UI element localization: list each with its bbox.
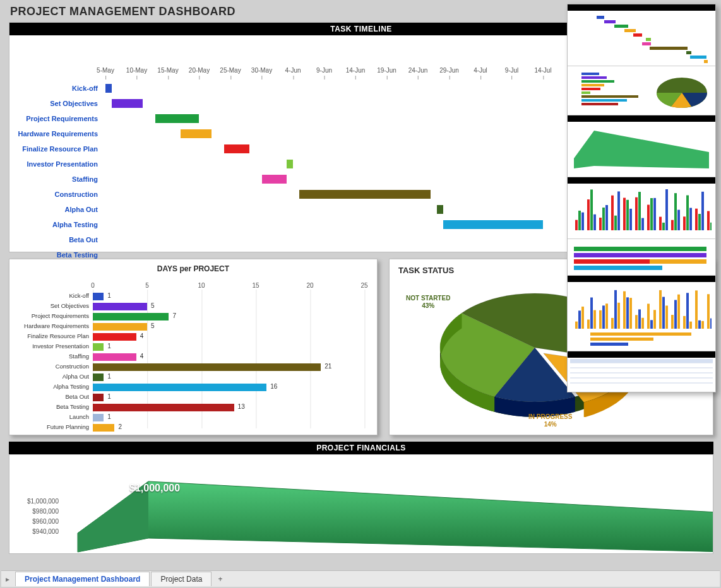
dpp-value: 7	[172, 312, 176, 319]
dpp-value: 1	[107, 292, 111, 299]
gantt-bar	[181, 129, 212, 138]
gantt-date-tick: 9-Jun	[316, 67, 332, 74]
svg-rect-71	[599, 310, 602, 329]
dpp-value: 4	[140, 332, 144, 339]
svg-rect-98	[707, 294, 710, 329]
svg-rect-91	[677, 295, 680, 329]
svg-rect-34	[614, 216, 617, 230]
svg-rect-83	[647, 303, 650, 329]
tab-nav-prev-icon[interactable]: ▸	[1, 575, 14, 584]
dpp-value: 1	[107, 413, 111, 420]
dpp-bar	[93, 353, 136, 361]
gantt-bar	[262, 175, 287, 184]
dpp-label: Kick-off	[9, 292, 89, 299]
svg-rect-63	[650, 259, 706, 264]
svg-rect-28	[590, 189, 593, 230]
dpp-rows: Kick-off1Set Objectives5Project Requirem…	[9, 292, 364, 433]
svg-rect-43	[650, 198, 653, 230]
svg-rect-62	[574, 259, 650, 264]
pie-slice-label: IN PROGRESS14%	[528, 413, 572, 428]
dpp-tick: 20	[306, 282, 313, 289]
thumb-columns2[interactable]	[568, 276, 715, 351]
dpp-label: Beta Out	[9, 393, 89, 400]
dpp-bar	[93, 404, 234, 411]
dpp-value: 4	[140, 353, 144, 360]
dpp-bar	[93, 313, 169, 320]
dpp-value: 16	[270, 383, 277, 390]
gantt-task-label: Construction	[9, 191, 98, 198]
gantt-bar	[287, 160, 293, 168]
svg-rect-29	[593, 215, 596, 230]
svg-rect-65	[575, 322, 578, 329]
dpp-value: 5	[151, 322, 155, 329]
dpp-value: 5	[151, 302, 155, 309]
svg-rect-46	[662, 223, 665, 230]
dpp-bar	[93, 414, 104, 421]
svg-rect-19	[581, 95, 638, 98]
dpp-tick: 0	[91, 282, 95, 289]
thumb-stacked[interactable]	[568, 239, 715, 276]
thumb-columns[interactable]	[568, 177, 715, 239]
svg-rect-60	[574, 247, 706, 251]
svg-rect-74	[611, 318, 614, 329]
svg-rect-64	[574, 266, 662, 270]
svg-rect-99	[710, 319, 712, 329]
svg-rect-15	[581, 80, 614, 83]
svg-rect-32	[605, 205, 608, 230]
svg-rect-16	[581, 84, 604, 86]
gantt-date-tick: 25-May	[220, 67, 241, 74]
gantt-bar	[105, 84, 112, 93]
dpp-bar	[93, 363, 321, 371]
gantt-task-label: Beta Out	[9, 236, 98, 244]
svg-rect-38	[629, 209, 632, 230]
svg-rect-53	[689, 208, 692, 230]
svg-rect-14	[581, 76, 607, 79]
financials-peak-label: $1,000,000	[129, 483, 180, 494]
svg-rect-101	[590, 332, 691, 336]
gantt-date-tick: 15-May	[157, 67, 178, 74]
dpp-tick: 5	[145, 282, 149, 289]
svg-rect-42	[647, 205, 650, 230]
svg-rect-48	[671, 220, 674, 230]
sheet-tab-bar: ▸ Project Management Dashboard Project D…	[1, 570, 720, 587]
dpp-label: Launch	[9, 413, 89, 420]
svg-rect-33	[611, 196, 614, 230]
gantt-task-label: Project Requirements	[9, 115, 98, 122]
project-financials-panel: $1,000,000$980,000$960,000$940,000 $1,00…	[9, 454, 713, 554]
gantt-bar	[112, 99, 143, 108]
thumbnail-navigator[interactable]	[567, 4, 716, 392]
gantt-bar	[437, 205, 443, 214]
svg-rect-11	[690, 56, 706, 59]
pie-slice-label: NOT STARTED43%	[406, 295, 450, 310]
fin-y-tick: $980,000	[18, 508, 59, 518]
svg-rect-18	[581, 91, 590, 94]
svg-rect-6	[633, 33, 642, 37]
tab-project-data[interactable]: Project Data	[151, 572, 212, 586]
svg-rect-37	[626, 200, 629, 230]
dpp-bar	[93, 303, 147, 310]
svg-rect-56	[701, 192, 704, 230]
thumb-timeline[interactable]	[568, 4, 715, 66]
tab-add-button[interactable]: +	[212, 572, 229, 586]
gantt-task-label: Investor Presentation	[9, 160, 98, 168]
fin-y-tick: $940,000	[18, 528, 59, 538]
thumb-table[interactable]	[568, 351, 715, 392]
svg-rect-94	[689, 322, 692, 329]
svg-rect-82	[641, 318, 644, 329]
svg-rect-77	[623, 291, 626, 329]
svg-rect-92	[683, 316, 686, 329]
svg-rect-57	[707, 211, 710, 230]
dpp-value: 2	[118, 423, 122, 430]
tab-project-management-dashboard[interactable]: Project Management Dashboard	[15, 572, 150, 586]
svg-rect-87	[662, 297, 665, 329]
thumb-area[interactable]	[568, 115, 715, 177]
dpp-tick: 25	[360, 282, 367, 289]
gantt-task-label: Alpha Out	[9, 206, 98, 213]
dpp-bar	[93, 384, 266, 391]
gantt-date-tick: 4-Jul	[474, 67, 487, 74]
dpp-tick: 15	[252, 282, 259, 289]
svg-rect-97	[701, 321, 704, 329]
svg-rect-81	[638, 309, 641, 329]
gantt-date-tick: 10-May	[126, 67, 147, 74]
thumb-bar-pie[interactable]	[568, 66, 715, 115]
